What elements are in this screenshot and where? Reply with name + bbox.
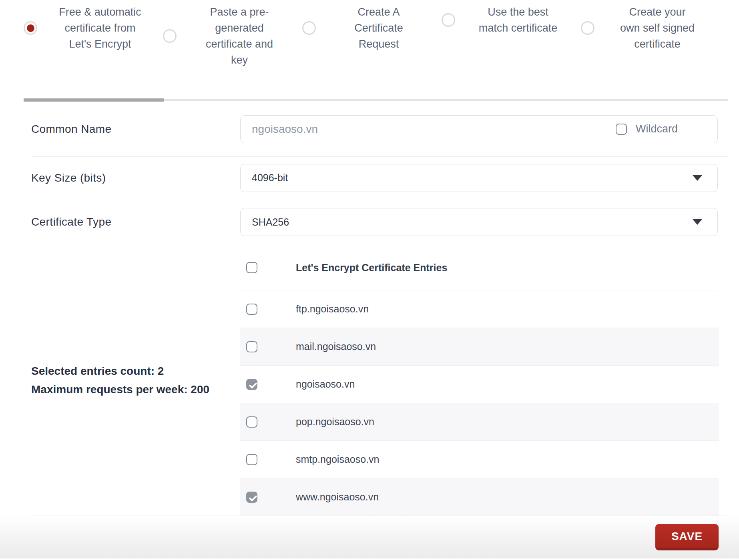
entry-name: pop.ngoisaoso.vn <box>296 416 374 428</box>
entry-name: ftp.ngoisaoso.vn <box>296 303 369 315</box>
max-requests-per-week: Maximum requests per week: 200 <box>31 380 240 399</box>
entry-row-pop[interactable]: pop.ngoisaoso.vn <box>240 403 719 440</box>
option-certificate-request[interactable]: Create A Certificate Request <box>302 4 442 52</box>
option-certificate-request-label: Create A Certificate Request <box>316 4 442 52</box>
selected-entries-count: Selected entries count: 2 <box>31 362 240 380</box>
radio-best-match[interactable] <box>442 13 455 27</box>
common-name-group: Wildcard <box>240 115 718 143</box>
option-lets-encrypt[interactable]: Free & automatic certificate from Let's … <box>24 4 163 52</box>
radio-certificate-request[interactable] <box>302 21 316 35</box>
option-paste-certificate-label: Paste a pre-generated certificate and ke… <box>177 4 302 68</box>
option-lets-encrypt-label: Free & automatic certificate from Let's … <box>37 4 163 52</box>
entry-name: ngoisaoso.vn <box>296 378 355 390</box>
entry-row-mail[interactable]: mail.ngoisaoso.vn <box>240 328 719 365</box>
entry-checkbox-mail[interactable] <box>246 341 257 352</box>
entries-header-title: Let's Encrypt Certificate Entries <box>296 262 447 274</box>
certificate-entries-section: Selected entries count: 2 Maximum reques… <box>0 245 739 516</box>
entry-name: smtp.ngoisaoso.vn <box>296 454 379 465</box>
certificate-type-row: Certificate Type SHA256 <box>31 199 728 245</box>
select-all-checkbox[interactable] <box>246 262 257 273</box>
certificate-type-select[interactable]: SHA256 <box>240 208 718 236</box>
radio-lets-encrypt[interactable] <box>24 21 37 35</box>
wildcard-label: Wildcard <box>636 123 678 135</box>
active-option-indicator <box>24 98 728 102</box>
option-indicator-active-bar <box>24 98 164 102</box>
save-area: SAVE <box>0 516 739 558</box>
certificate-type-label: Certificate Type <box>31 216 240 228</box>
entry-checkbox-root[interactable] <box>246 379 257 390</box>
key-size-row: Key Size (bits) 4096-bit <box>31 157 728 199</box>
key-size-select[interactable]: 4096-bit <box>240 164 718 192</box>
common-name-label: Common Name <box>31 123 240 136</box>
key-size-value: 4096-bit <box>252 172 288 184</box>
chevron-down-icon <box>693 175 702 181</box>
entry-row-www[interactable]: www.ngoisaoso.vn <box>240 478 719 516</box>
entry-row-smtp[interactable]: smtp.ngoisaoso.vn <box>240 440 719 478</box>
entry-row-ftp[interactable]: ftp.ngoisaoso.vn <box>240 290 719 328</box>
common-name-row: Common Name Wildcard <box>31 102 728 157</box>
radio-self-signed[interactable] <box>581 21 594 35</box>
common-name-input[interactable] <box>241 116 601 143</box>
wildcard-checkbox[interactable] <box>616 124 627 135</box>
save-button[interactable]: SAVE <box>655 524 719 550</box>
entries-header-row: Let's Encrypt Certificate Entries <box>240 245 719 290</box>
entry-checkbox-pop[interactable] <box>246 416 257 428</box>
wildcard-option[interactable]: Wildcard <box>601 116 717 143</box>
option-self-signed[interactable]: Create your own self signed certificate <box>581 4 720 52</box>
certificate-source-options: Free & automatic certificate from Let's … <box>0 0 739 98</box>
option-best-match-label: Use the best match certificate <box>455 4 581 36</box>
entry-checkbox-smtp[interactable] <box>246 454 257 465</box>
option-best-match[interactable]: Use the best match certificate <box>442 4 581 36</box>
entry-checkbox-www[interactable] <box>246 492 257 503</box>
key-size-label: Key Size (bits) <box>31 172 240 184</box>
option-paste-certificate[interactable]: Paste a pre-generated certificate and ke… <box>163 4 302 68</box>
entry-name: mail.ngoisaoso.vn <box>296 341 376 352</box>
entry-name: www.ngoisaoso.vn <box>296 491 379 503</box>
entry-row-root[interactable]: ngoisaoso.vn <box>240 365 719 403</box>
entries-list: Let's Encrypt Certificate Entries ftp.ng… <box>240 245 719 516</box>
entries-info: Selected entries count: 2 Maximum reques… <box>0 245 240 516</box>
radio-paste-certificate[interactable] <box>163 29 177 43</box>
chevron-down-icon <box>693 219 702 225</box>
option-self-signed-label: Create your own self signed certificate <box>594 4 720 52</box>
entry-checkbox-ftp[interactable] <box>246 304 257 315</box>
certificate-type-value: SHA256 <box>252 216 289 228</box>
